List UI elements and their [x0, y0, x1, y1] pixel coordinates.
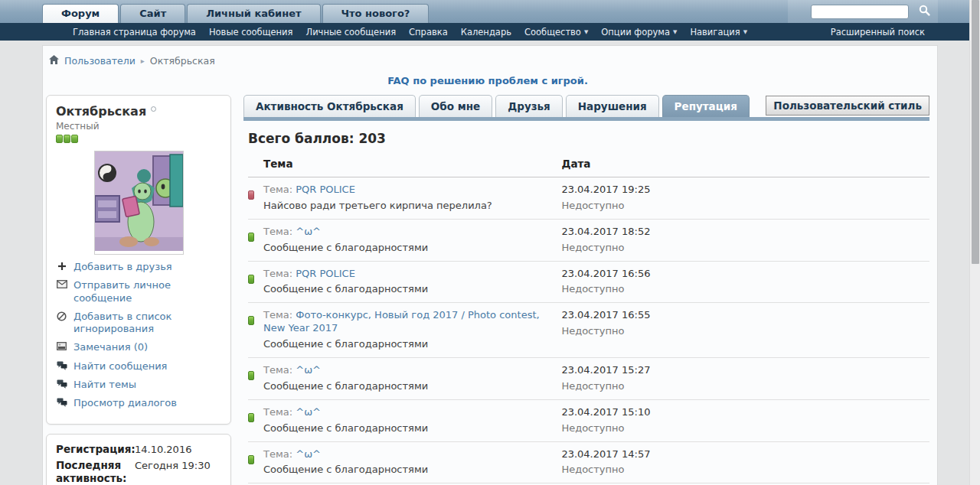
total-points-heading: Всего баллов: 203 — [248, 131, 929, 146]
profile-action-link[interactable]: Найти темы — [56, 379, 221, 391]
username: Октябрьская — [56, 104, 146, 119]
profile-tab[interactable]: Друзья — [495, 95, 563, 117]
stat-value: Сегодня 19:30 — [135, 459, 211, 471]
speech-bubbles-icon — [56, 379, 67, 389]
table-row: Тема: ^ω^ Сообщение с благодарностями 23… — [248, 358, 929, 400]
reputation-indicator-icon — [248, 371, 254, 380]
member-stats-panel: Регистрация: 14.10.2016 Последняя активн… — [46, 434, 231, 485]
header-tabs: Форум Сайт Личный кабинет Что нового? — [42, 0, 430, 23]
header-tab[interactable]: Сайт — [120, 4, 185, 23]
chevron-down-icon: ▼ — [584, 29, 588, 35]
header-bar: Форум Сайт Личный кабинет Что нового? — [0, 0, 980, 23]
navbar-link[interactable]: Опции форума ▼ — [601, 27, 677, 37]
search-button[interactable] — [914, 3, 935, 21]
topic-link[interactable]: Фото-конкурс, Новый год 2017 / Photo con… — [263, 309, 540, 334]
topic-link[interactable]: PQR POLICE — [296, 184, 355, 195]
advanced-search-link[interactable]: Расширенный поиск — [831, 27, 925, 37]
entry-status: Недоступно — [561, 422, 929, 435]
entry-status: Недоступно — [561, 242, 929, 255]
stat-label: Последняя активность: — [56, 459, 135, 485]
reputation-bar-icon — [64, 135, 70, 143]
breadcrumb: Пользователи ▸ Октябрьская — [46, 55, 929, 67]
entry-status: Недоступно — [561, 283, 929, 296]
navbar-link[interactable]: Главная страница форума — [73, 27, 196, 37]
navbar-link[interactable]: Навигация ▼ — [690, 27, 747, 37]
profile-actions: Добавить в друзья Отправить личное сообщ… — [56, 261, 221, 409]
entry-date: 23.04.2017 18:52 — [561, 226, 929, 239]
topic-comment: Сообщение с благодарностями — [263, 422, 546, 435]
notes-icon — [56, 342, 67, 350]
breadcrumb-current: Октябрьская — [150, 55, 215, 67]
profile-action-link[interactable]: Отправить личное сообщение — [56, 279, 221, 304]
entry-status: Недоступно — [561, 325, 929, 338]
reputation-indicator-icon — [248, 190, 254, 200]
search-icon — [919, 5, 930, 18]
topic-prefix: Тема: — [263, 309, 292, 321]
topic-prefix: Тема: — [263, 364, 292, 376]
stat-row: Регистрация: 14.10.2016 — [56, 443, 221, 456]
user-title: Местный — [56, 121, 221, 132]
topic-prefix: Тема: — [263, 406, 292, 418]
topic-link[interactable]: PQR POLICE — [296, 268, 355, 279]
navbar-link[interactable]: Сообщество ▼ — [524, 27, 588, 37]
profile-action-link[interactable]: Добавить в список игнорирования — [56, 311, 221, 336]
entry-date: 23.04.2017 19:25 — [561, 184, 929, 197]
reputation-table: Тема Дата Тема: PQR POLICE Найсово рад — [248, 154, 929, 485]
breadcrumb-users-link[interactable]: Пользователи — [64, 55, 136, 67]
content-panel: Пользователи ▸ Октябрьская FAQ по решени… — [42, 45, 938, 485]
topic-comment: Сообщение с благодарностями — [263, 380, 546, 393]
chevron-down-icon: ▼ — [743, 29, 747, 35]
topic-link[interactable]: ^ω^ — [296, 226, 321, 237]
faq-link[interactable]: FAQ по решению проблем с игрой. — [387, 75, 588, 86]
stat-row: Последняя активность: Сегодня 19:30 — [56, 459, 221, 485]
navbar-link[interactable]: Календарь — [461, 27, 511, 37]
home-icon[interactable] — [49, 55, 59, 67]
topic-prefix: Тема: — [263, 268, 292, 279]
chevron-down-icon: ▼ — [673, 29, 677, 35]
profile-tab[interactable]: Активность Октябрьская — [243, 95, 416, 117]
user-style-button[interactable]: Пользовательский стиль — [766, 96, 929, 116]
header-tab[interactable]: Что нового? — [322, 4, 430, 23]
topic-link[interactable]: ^ω^ — [296, 364, 321, 376]
profile-action-link[interactable]: Добавить в друзья — [56, 261, 221, 273]
navbar-link[interactable]: Личные сообщения — [306, 27, 397, 37]
search-area — [788, 0, 938, 23]
scrollbar-thumb[interactable] — [972, 0, 979, 264]
table-row: Тема: ^ω^ Сообщение с благодарностями 23… — [248, 400, 929, 442]
reputation-indicator-icon — [248, 413, 254, 422]
profile-tab[interactable]: Нарушения — [566, 95, 659, 117]
entry-date: 23.04.2017 16:56 — [561, 268, 929, 281]
header-tab[interactable]: Форум — [42, 4, 119, 23]
table-row: Тема: PQR POLICE Найсово ради третьего к… — [248, 177, 929, 220]
table-header: Тема Дата — [248, 154, 929, 177]
stat-label: Регистрация: — [56, 443, 135, 456]
profile-tab[interactable]: Обо мне — [419, 95, 492, 117]
table-row: Тема: Фото-конкурс, Новый год 2017 / Pho… — [248, 303, 929, 358]
navbar-link[interactable]: Новые сообщения — [209, 27, 293, 37]
entry-date: 23.04.2017 16:55 — [561, 309, 929, 322]
topic-link[interactable]: ^ω^ — [296, 406, 321, 418]
profile-avatar — [94, 151, 184, 255]
profile-tabbar: Активность Октябрьская Обо мне Друзья На… — [243, 95, 929, 121]
table-row: Тема: ^ω^ Сообщение с благодарностями 23… — [248, 220, 929, 262]
reputation-indicator-icon — [248, 316, 254, 325]
online-status-icon — [151, 106, 156, 112]
topic-comment: Сообщение с благодарностями — [263, 242, 546, 255]
member-info-panel: Октябрьская Местный — [46, 95, 231, 425]
topic-link[interactable]: ^ω^ — [296, 448, 321, 460]
profile-action-link[interactable]: Замечания (0) — [56, 341, 221, 353]
profile-action-link[interactable]: Просмотр диалогов — [56, 397, 221, 409]
profile-action-link[interactable]: Найти сообщения — [56, 360, 221, 373]
profile-tab[interactable]: Репутация — [662, 95, 750, 117]
date-column-header: Дата — [561, 158, 929, 170]
profile-sidebar: Октябрьская Местный — [46, 95, 231, 485]
faq-row: FAQ по решению проблем с игрой. — [46, 73, 929, 87]
scrollbar-track[interactable] — [969, 0, 980, 485]
navbar-link[interactable]: Справка — [409, 27, 448, 37]
search-input[interactable] — [811, 5, 909, 19]
topic-comment: Сообщение с благодарностями — [263, 464, 546, 477]
header-tab[interactable]: Личный кабинет — [187, 4, 320, 23]
ignore-icon — [56, 311, 67, 321]
entry-date: 23.04.2017 15:10 — [561, 406, 929, 419]
entry-date: 23.04.2017 14:57 — [561, 448, 929, 461]
